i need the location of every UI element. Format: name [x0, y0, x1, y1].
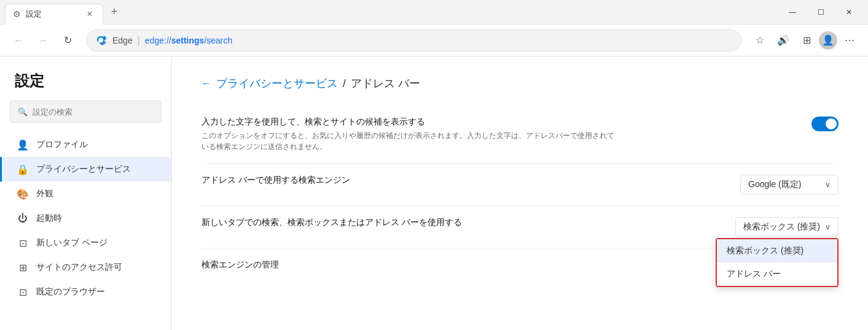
profile-avatar[interactable]: 👤 [819, 31, 837, 50]
setting-label-new-tab-search: 新しいタブでの検索、検索ボックスまたはアドレス バーを使用する [201, 217, 721, 228]
defaultbrowser-icon: ⊡ [17, 286, 29, 298]
sidebar-search-box[interactable]: 🔍 [10, 101, 162, 123]
setting-label-input-suggestion: 入力した文字を使用して、検索とサイトの候補を表示する [201, 117, 797, 128]
close-window-button[interactable]: ✕ [835, 2, 863, 22]
content-area: ← プライバシーとサービス / アドレス バー 入力した文字を使用して、検索とサ… [172, 56, 868, 330]
new-tab-search-dropdown-wrapper: 検索ボックス (推奨) ∨ 検索ボックス (推奨) アドレス バー [735, 217, 839, 237]
sidebar-item-label-defaultbrowser: 既定のブラウザー [36, 286, 105, 297]
new-tab-button[interactable]: + [106, 4, 123, 21]
collections-icon: ⊞ [803, 34, 811, 46]
url-suffix: /search [204, 36, 232, 45]
breadcrumb-separator: / [343, 77, 346, 90]
breadcrumb-current: アドレス バー [351, 76, 420, 91]
navbar: ← → ↻ Edge | edge://settings/search [0, 25, 868, 56]
url-path: settings [171, 36, 205, 45]
newtab-icon: ⊡ [17, 237, 29, 249]
new-tab-search-dropdown[interactable]: 検索ボックス (推奨) ∨ [735, 217, 839, 237]
more-icon: ⋯ [845, 34, 854, 46]
profile-icon: 👤 [17, 139, 29, 151]
search-engine-dropdown[interactable]: Google (既定) ∨ [740, 175, 839, 194]
search-icon: 🔍 [18, 107, 28, 117]
forward-button[interactable]: → [32, 29, 54, 52]
more-button[interactable]: ⋯ [839, 29, 861, 52]
settings-tab[interactable]: ⚙ 設定 ✕ [5, 4, 103, 25]
titlebar: ⚙ 設定 ✕ + — ☐ ✕ [0, 0, 868, 25]
refresh-icon: ↻ [64, 34, 72, 46]
collections-button[interactable]: ⊞ [796, 29, 818, 52]
breadcrumb-link[interactable]: プライバシーとサービス [216, 76, 338, 91]
maximize-button[interactable]: ☐ [807, 2, 835, 22]
nav-right-controls: ☆ 🔊 ⊞ 👤 ⋯ [749, 29, 861, 52]
startup-icon: ⏻ [17, 213, 29, 224]
sidebar-item-label-startup: 起動時 [36, 213, 62, 224]
input-suggestion-toggle[interactable] [811, 117, 839, 131]
dropdown-option-searchbox[interactable]: 検索ボックス (推奨) [717, 239, 837, 263]
sidebar-item-label-newtab: 新しいタブ ページ [36, 237, 108, 248]
sidebar-item-privacy[interactable]: 🔒 プライバシーとサービス [0, 157, 171, 182]
setting-control-input-suggestion [811, 117, 839, 131]
new-tab-search-chevron: ∨ [825, 223, 831, 231]
setting-row-new-tab-search: 新しいタブでの検索、検索ボックスまたはアドレス バーを使用する 検索ボックス (… [201, 206, 839, 248]
new-tab-search-dropdown-menu: 検索ボックス (推奨) アドレス バー [716, 238, 839, 287]
sidebar-title: 設定 [0, 71, 171, 101]
sidebar-item-label-privacy: プライバシーとサービス [36, 164, 131, 175]
breadcrumb-back-button[interactable]: ← [201, 78, 211, 89]
sidebar-item-label-profile: プロファイル [36, 139, 88, 150]
search-engine-value: Google (既定) [748, 179, 801, 190]
siteaccess-icon: ⊞ [17, 262, 29, 274]
brand-name: Edge [112, 36, 133, 45]
url-prefix: edge:// [145, 36, 171, 45]
tab-close-button[interactable]: ✕ [84, 9, 95, 20]
setting-control-search-engine: Google (既定) ∨ [740, 175, 839, 194]
breadcrumb: ← プライバシーとサービス / アドレス バー [201, 76, 839, 91]
new-tab-search-value: 検索ボックス (推奨) [743, 221, 820, 232]
setting-label-search-engine: アドレス バーで使用する検索エンジン [201, 175, 725, 186]
sidebar: 設定 🔍 👤 プロファイル 🔒 プライバシーとサービス 🎨 外観 ⏻ 起動時 ⊡… [0, 56, 172, 330]
sidebar-item-startup[interactable]: ⏻ 起動時 [0, 206, 171, 231]
sidebar-item-profile[interactable]: 👤 プロファイル [0, 132, 171, 157]
setting-row-input-suggestion: 入力した文字を使用して、検索とサイトの候補を表示する このオプションをオフにする… [201, 106, 839, 164]
refresh-button[interactable]: ↻ [57, 29, 79, 52]
read-aloud-button[interactable]: 🔊 [772, 29, 794, 52]
back-button[interactable]: ← [7, 29, 29, 52]
sidebar-item-appearance[interactable]: 🎨 外観 [0, 182, 171, 206]
sidebar-item-newtab[interactable]: ⊡ 新しいタブ ページ [0, 231, 171, 255]
back-icon: ← [14, 35, 23, 46]
setting-info-search-engine: アドレス バーで使用する検索エンジン [201, 175, 725, 188]
avatar-icon: 👤 [822, 34, 834, 46]
setting-desc-input-suggestion: このオプションをオフにすると、お気に入りや履歴の候補だけが表示されます。入力した… [201, 130, 619, 152]
sidebar-search-input[interactable] [33, 107, 154, 117]
settings-tab-title: 設定 [26, 9, 42, 20]
address-url: edge://settings/search [145, 36, 232, 45]
favorites-button[interactable]: ☆ [749, 29, 771, 52]
main-layout: 設定 🔍 👤 プロファイル 🔒 プライバシーとサービス 🎨 外観 ⏻ 起動時 ⊡… [0, 56, 868, 330]
minimize-button[interactable]: — [778, 2, 807, 22]
privacy-icon: 🔒 [17, 164, 29, 175]
edge-logo [96, 35, 108, 46]
sidebar-item-label-appearance: 外観 [36, 188, 53, 199]
appearance-icon: 🎨 [17, 188, 29, 200]
read-aloud-icon: 🔊 [777, 34, 789, 46]
setting-info-new-tab-search: 新しいタブでの検索、検索ボックスまたはアドレス バーを使用する [201, 217, 721, 231]
sidebar-item-label-siteaccess: サイトのアクセス許可 [36, 262, 122, 273]
address-separator: | [138, 35, 140, 46]
search-engine-chevron: ∨ [825, 180, 831, 189]
setting-info-input-suggestion: 入力した文字を使用して、検索とサイトの候補を表示する このオプションをオフにする… [201, 117, 797, 152]
window-controls: — ☐ ✕ [778, 2, 863, 22]
star-icon: ☆ [756, 34, 764, 46]
dropdown-option-addressbar[interactable]: アドレス バー [717, 263, 837, 286]
setting-control-new-tab-search: 検索ボックス (推奨) ∨ 検索ボックス (推奨) アドレス バー [735, 217, 839, 237]
settings-tab-icon: ⚙ [13, 9, 21, 19]
sidebar-item-defaultbrowser[interactable]: ⊡ 既定のブラウザー [0, 280, 171, 304]
setting-row-search-engine: アドレス バーで使用する検索エンジン Google (既定) ∨ [201, 164, 839, 206]
sidebar-item-siteaccess[interactable]: ⊞ サイトのアクセス許可 [0, 255, 171, 280]
forward-icon: → [38, 35, 48, 46]
tab-area: ⚙ 設定 ✕ + [5, 2, 778, 23]
address-bar[interactable]: Edge | edge://settings/search [86, 29, 741, 52]
